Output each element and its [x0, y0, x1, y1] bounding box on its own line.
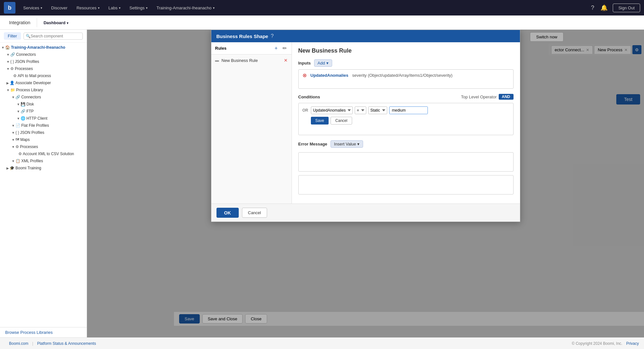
condition-field-select[interactable]: UpdatedAnomalies — [311, 106, 353, 114]
rule-delete-icon[interactable]: ✕ — [284, 58, 288, 63]
rules-list: ▬ New Business Rule ✕ — [211, 55, 292, 204]
error-message-label: Error Message — [298, 142, 327, 146]
conditions-label: Conditions — [298, 95, 320, 99]
tree-item-processes[interactable]: ▼ ⚙ Processes — [0, 65, 87, 72]
inputs-add-label: Add — [318, 61, 325, 65]
insert-value-label: Insert Value — [334, 142, 356, 146]
json-icon: { } — [10, 59, 14, 64]
second-navigation: Integration Dashboard ▾ — [0, 15, 644, 30]
nav-services[interactable]: Services ▾ — [19, 4, 46, 12]
tree-label-pl-connectors: Connectors — [21, 95, 41, 99]
nav-services-caret: ▾ — [41, 6, 42, 10]
tree-item-json-profiles2[interactable]: ▼ { } JSON Profiles — [0, 129, 87, 136]
footer-boomi-com-link[interactable]: Boomi.com — [5, 341, 32, 346]
tree-label-assoc-dev: Associate Developer — [15, 81, 51, 85]
and-badge[interactable]: AND — [499, 94, 514, 100]
input-error-icon: ⊗ — [303, 72, 307, 78]
tree-item-root[interactable]: ▼ 🏠 Training-Amarachi-Iheanacho — [0, 44, 87, 51]
nav-labs-caret: ▾ — [119, 6, 120, 10]
dialog-footer: OK Cancel — [211, 204, 520, 222]
nav-dashboard[interactable]: Dashboard ▾ — [40, 18, 72, 27]
tree-item-boomi-training[interactable]: ▶ 🎓 Boomi Training — [0, 165, 87, 172]
nav-resources[interactable]: Resources ▾ — [72, 4, 103, 12]
condition-save-button[interactable]: Save — [311, 117, 329, 125]
tree-label-disk: Disk — [26, 102, 34, 106]
or-label: OR — [303, 108, 309, 113]
inputs-add-button[interactable]: Add ▾ — [314, 59, 332, 67]
rules-add-button[interactable]: ＋ — [273, 45, 280, 52]
conditions-box: OR UpdatedAnomalies = Static Save Cancel — [298, 103, 514, 135]
condition-operator-select[interactable]: = — [355, 106, 366, 114]
ok-button[interactable]: OK — [216, 208, 239, 218]
sidebar: Filter 🔍 ▼ 🏠 Training-Amarachi-Iheanacho… — [0, 30, 87, 337]
dialog-cancel-button[interactable]: Cancel — [242, 208, 267, 218]
search-icon: 🔍 — [26, 34, 31, 38]
top-navigation: b Services ▾ Discover Resources ▾ Labs ▾… — [0, 0, 644, 15]
sidebar-filter-bar: Filter 🔍 — [0, 30, 87, 43]
connectors-icon: 🔗 — [10, 52, 15, 57]
tree-label-xml-profiles: XML Profiles — [21, 159, 43, 163]
tree-label-account-xml: Account XML to CSV Solution — [23, 152, 74, 156]
tree-item-xml-profiles[interactable]: ▼ 📋 XML Profiles — [0, 157, 87, 165]
rules-edit-button[interactable]: ✏ — [282, 45, 288, 52]
condition-type-select[interactable]: Static — [368, 106, 387, 114]
tree-item-maps[interactable]: ▼ 🗺 Maps — [0, 136, 87, 143]
page-footer: Boomi.com | Platform Status & Announceme… — [0, 337, 644, 349]
tree-item-pl-connectors[interactable]: ▼ 🔗 Connectors — [0, 94, 87, 101]
condition-value-input[interactable] — [389, 106, 428, 114]
condition-buttons: Save Cancel — [303, 117, 509, 125]
rule-detail-title: New Business Rule — [298, 47, 514, 54]
nav-account[interactable]: Training-Amarachi-Iheanacho ▾ — [153, 4, 218, 12]
tree-label-connectors: Connectors — [16, 52, 36, 57]
insert-value-button[interactable]: Insert Value ▾ — [331, 140, 363, 148]
tree-item-account-xml[interactable]: ⚙ Account XML to CSV Solution — [0, 150, 87, 157]
app-logo: b — [4, 2, 15, 14]
footer-platform-status-link[interactable]: Platform Status & Announcements — [33, 341, 100, 346]
browse-process-libraries[interactable]: Browse Process Libraries — [0, 327, 87, 337]
dialog-title: Business Rules Shape — [216, 34, 268, 39]
tree-expand-api — [12, 74, 13, 78]
tree-item-connectors[interactable]: ▼ 🔗 Connectors — [0, 51, 87, 58]
nav-labs[interactable]: Labs ▾ — [105, 4, 124, 12]
rule-item-icon: ▬ — [215, 58, 219, 63]
content-area: Switch now ector Connect... ✕ New Proces… — [87, 30, 644, 337]
tree-expand-pl-conn: ▼ — [12, 95, 15, 99]
footer-privacy-link[interactable]: Privacy — [626, 341, 639, 346]
nav-integration[interactable]: Integration — [5, 18, 34, 27]
tree-label-processes2: Processes — [20, 145, 38, 149]
tree-label-flat-file: Flat File Profiles — [21, 123, 49, 128]
rule-item-label: New Business Rule — [222, 58, 281, 63]
input-name[interactable]: UpdatedAnomalies — [311, 73, 349, 78]
maps-icon: 🗺 — [15, 137, 19, 142]
filter-button[interactable]: Filter — [4, 32, 21, 40]
rule-detail-panel: New Business Rule Inputs Add ▾ ⊗ — [292, 42, 520, 204]
nav-settings[interactable]: Settings ▾ — [126, 4, 151, 12]
tree-item-ftp[interactable]: ▼ 🔗 FTP — [0, 108, 87, 115]
tree-expand-xml: ▼ — [12, 159, 15, 163]
tree-item-processes2[interactable]: ▼ ⚙ Processes — [0, 143, 87, 150]
tree-item-http-client[interactable]: ▼ 🌐 HTTP Client — [0, 115, 87, 122]
notifications-icon[interactable]: 🔔 — [599, 3, 609, 13]
tree-item-api-mail[interactable]: ⚙ API to Mail process — [0, 72, 87, 79]
tree-item-json-profiles[interactable]: ▼ { } JSON Profiles — [0, 58, 87, 65]
tree-item-flat-file[interactable]: ▼ 📄 Flat File Profiles — [0, 122, 87, 129]
disk-icon: 💾 — [21, 102, 25, 106]
dialog-help-icon[interactable]: ? — [271, 33, 274, 39]
inputs-add-caret: ▾ — [326, 61, 329, 65]
assoc-dev-icon: 👤 — [10, 81, 14, 85]
inputs-section-header: Inputs Add ▾ — [298, 59, 514, 67]
tree-expand-acct — [17, 152, 18, 156]
rule-item-new[interactable]: ▬ New Business Rule ✕ — [211, 56, 292, 65]
error-message-textarea[interactable] — [298, 152, 514, 172]
nav-discover[interactable]: Discover — [47, 4, 72, 12]
tree-item-disk[interactable]: ▼ 💾 Disk — [0, 101, 87, 108]
json2-icon: { } — [15, 130, 19, 135]
tree-item-process-lib[interactable]: ▼ 📁 Process Library — [0, 86, 87, 94]
tree-label-root: Training-Amarachi-Iheanacho — [11, 45, 65, 50]
search-input[interactable] — [31, 34, 81, 38]
sign-out-button[interactable]: Sign Out — [613, 4, 640, 12]
help-icon[interactable]: ? — [590, 3, 595, 13]
condition-cancel-button[interactable]: Cancel — [331, 117, 352, 125]
tree-item-assoc-dev[interactable]: ▶ 👤 Associate Developer — [0, 79, 87, 86]
top-level-op-label: Top Level Operator — [461, 95, 497, 99]
